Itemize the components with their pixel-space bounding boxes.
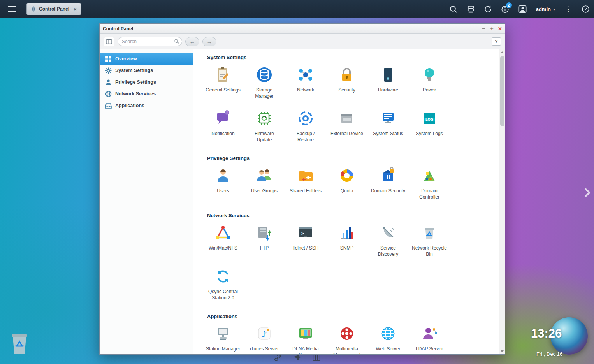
domain-controller-icon — [420, 166, 439, 185]
app-ldap-server[interactable]: LDAP Server — [409, 324, 450, 354]
refresh-icon[interactable] — [480, 0, 497, 18]
app-telnet-ssh[interactable]: >_ Telnet / SSH — [285, 223, 326, 260]
desktop-dock — [273, 353, 321, 362]
app-backup-restore[interactable]: Backup / Restore — [285, 109, 326, 146]
app-qsync-central-station-2-0[interactable]: Qsync Central Station 2.0 — [202, 267, 244, 304]
scroll-up-icon[interactable] — [499, 49, 505, 55]
firmware-update-icon — [255, 109, 274, 128]
sidebar-item-overview[interactable]: Overview — [100, 53, 193, 65]
search-icon[interactable] — [445, 0, 462, 18]
close-icon[interactable]: × — [498, 26, 502, 32]
minimize-icon[interactable]: − — [482, 26, 485, 32]
scrollbar-thumb[interactable] — [500, 56, 504, 126]
multimedia-management-icon — [337, 324, 357, 343]
forward-button[interactable]: → — [202, 37, 216, 46]
app-web-server[interactable]: Web Server — [367, 324, 409, 354]
app-quota[interactable]: Quota — [326, 166, 367, 203]
sidebar-item-network-services[interactable]: Network Services — [100, 88, 193, 100]
sidebar-item-system-settings[interactable]: System Settings — [100, 65, 193, 76]
app-security[interactable]: Security — [326, 65, 367, 102]
app-snmp[interactable]: SNMP — [326, 223, 367, 260]
sidebar-item-applications[interactable]: Applications — [100, 100, 193, 111]
tab-close-icon[interactable]: × — [74, 6, 77, 12]
section-title: System Settings — [207, 55, 495, 60]
app-service-discovery[interactable]: Service Discovery — [367, 223, 409, 260]
maximize-icon[interactable]: + — [490, 26, 494, 32]
app-user-groups[interactable]: User Groups — [244, 166, 285, 203]
app-station-manager[interactable]: Station Manager — [202, 324, 244, 354]
main-menu-icon[interactable] — [0, 0, 23, 18]
app-network[interactable]: Network — [285, 65, 326, 102]
app-domain-security[interactable]: Domain Security — [367, 166, 409, 203]
qsync-icon — [213, 267, 233, 286]
section-title: Network Services — [207, 213, 495, 218]
help-button[interactable]: ? — [492, 37, 501, 46]
section-network-services: Network Services Win/Mac/NFS FTP >_ Teln… — [193, 207, 499, 308]
sidebar: Overview System Settings Privilege Setti… — [100, 49, 193, 354]
ftp-icon — [255, 223, 274, 243]
app-power[interactable]: Power — [409, 65, 450, 102]
app-system-status[interactable]: System Status — [367, 109, 409, 146]
app-domain-controller[interactable]: Domain Controller — [409, 166, 450, 203]
next-desktop-chevron-icon[interactable]: › — [581, 176, 594, 207]
app-itunes-server[interactable]: ♪ iTunes Server — [244, 324, 285, 354]
recycle-bin-icon[interactable] — [8, 330, 31, 355]
app-external-device[interactable]: External Device — [326, 109, 367, 146]
search-input[interactable] — [118, 37, 182, 46]
clock-time: 13:26 — [531, 327, 562, 341]
section-title: Applications — [207, 313, 495, 319]
backup-restore-icon — [296, 109, 315, 128]
clock-widget: 13:26 Fri., Dec 16 — [531, 317, 589, 361]
app-win-mac-nfs[interactable]: Win/Mac/NFS — [202, 223, 244, 260]
chain-link-icon[interactable] — [273, 353, 282, 362]
network-recycle-bin-icon — [420, 223, 439, 243]
control-panel-window: Control Panel − + × ← → ? Overview Syste… — [99, 23, 505, 355]
scroll-down-icon[interactable] — [499, 348, 505, 354]
back-button[interactable]: ← — [185, 37, 199, 46]
app-users[interactable]: Users — [202, 166, 244, 203]
storage-manager-icon — [255, 65, 274, 84]
background-tasks-icon[interactable] — [462, 0, 480, 18]
app-multimedia-management[interactable]: Multimedia Management — [326, 324, 367, 354]
section-title: Privilege Settings — [207, 155, 495, 161]
external-device-icon — [337, 109, 357, 128]
dlna-media-server-icon — [296, 324, 315, 343]
system-logs-icon: LOG — [420, 109, 439, 128]
app-hardware[interactable]: Hardware — [367, 65, 409, 102]
columns-icon[interactable] — [312, 353, 321, 362]
chevron-down-icon: ▾ — [553, 7, 555, 11]
domain-security-icon — [378, 166, 398, 185]
users-icon — [213, 166, 233, 185]
clock-date: Fri., Dec 16 — [536, 351, 562, 357]
vertical-scrollbar[interactable] — [499, 49, 505, 354]
search-icon[interactable] — [174, 39, 179, 44]
notifications-icon[interactable]: 2 — [497, 0, 514, 18]
service-discovery-icon — [378, 223, 398, 243]
power-icon — [420, 65, 439, 84]
station-manager-icon — [213, 324, 233, 343]
network-icon — [296, 65, 315, 84]
notification-icon: ! — [213, 109, 233, 128]
app-notification[interactable]: ! Notification — [202, 109, 244, 146]
app-network-recycle-bin[interactable]: Network Recycle Bin — [409, 223, 450, 260]
main-content: System Settings General Settings Storage… — [193, 49, 499, 354]
user-account-icon[interactable] — [514, 0, 531, 18]
window-titlebar[interactable]: Control Panel − + × — [100, 24, 505, 34]
app-shared-folders[interactable]: Shared Folders — [285, 166, 326, 203]
app-system-logs[interactable]: LOG System Logs — [409, 109, 450, 146]
app-firmware-update[interactable]: Firmware Update — [244, 109, 285, 146]
sidebar-toggle-button[interactable] — [104, 37, 114, 46]
svg-text:♪: ♪ — [262, 329, 267, 339]
app-dlna-media-server[interactable]: DLNA Media Server — [285, 324, 326, 354]
more-options-icon[interactable]: ⋮ — [560, 0, 577, 18]
tab-control-panel[interactable]: Control Panel × — [26, 3, 81, 15]
app-ftp[interactable]: FTP — [244, 223, 285, 260]
app-general-settings[interactable]: General Settings — [202, 65, 244, 102]
sidebar-item-privilege-settings[interactable]: Privilege Settings — [100, 76, 193, 88]
admin-menu[interactable]: admin ▾ — [531, 6, 560, 12]
dashboard-icon[interactable] — [577, 0, 594, 18]
applications-icon — [105, 102, 112, 109]
app-storage-manager[interactable]: Storage Manager — [244, 65, 285, 102]
section-applications: Applications Station Manager ♪ iTunes Se… — [193, 308, 499, 354]
pin-icon[interactable] — [293, 353, 301, 362]
